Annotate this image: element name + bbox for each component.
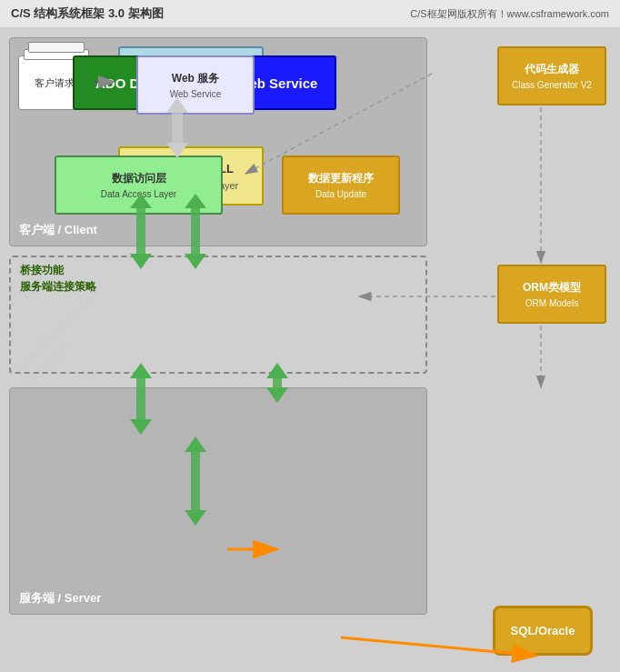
server-section: 服务端 / Server: [9, 387, 427, 615]
dal-box: 数据访问层 Data Access Layer: [55, 155, 223, 215]
webservice-server-box: Web 服务 Web Service: [136, 55, 255, 115]
data-update-title: 数据更新程序: [308, 171, 374, 186]
code-gen-box: 代码生成器 Class Generator V2: [497, 46, 606, 105]
webservice-server-sub: Web Service: [170, 89, 222, 99]
customer-request-label: 客户请求: [35, 76, 75, 89]
main-container: C/S 结构系统框架 3.0 架构图 C/S框架网版权所有！www.csfram…: [0, 0, 620, 672]
code-gen-sub: Class Generator V2: [512, 80, 592, 90]
bridge-label: 桥接功能 服务端连接策略: [20, 262, 96, 295]
sql-oracle-box: SQL/Oracle: [493, 606, 593, 656]
orm-title: ORM类模型: [523, 280, 581, 296]
data-update-box: 数据更新程序 Data Update: [282, 155, 400, 215]
orm-box: ORM类模型 ORM Models: [497, 265, 606, 324]
code-gen-title: 代码生成器: [525, 62, 579, 77]
bridge-section: 桥接功能 服务端连接策略: [9, 256, 427, 374]
title-bar: C/S 结构系统框架 3.0 架构图 C/S框架网版权所有！www.csfram…: [0, 0, 620, 28]
dal-sub: Data Access Layer: [101, 189, 176, 199]
server-label: 服务端 / Server: [19, 590, 101, 607]
orm-sub: ORM Models: [525, 298, 578, 308]
webservice-server-title: Web 服务: [172, 71, 219, 86]
page-title: C/S 结构系统框架 3.0 架构图: [11, 5, 164, 22]
sql-label: SQL/Oracle: [511, 624, 575, 637]
copyright-text: C/S框架网版权所有！www.csframework.com: [410, 7, 609, 21]
diagram-area: www.csframework.com C/S框架网 客户端 / Client …: [0, 28, 620, 672]
dal-title: 数据访问层: [112, 171, 166, 186]
data-update-sub: Data Update: [315, 189, 366, 199]
client-label: 客户端 / Client: [19, 222, 97, 238]
